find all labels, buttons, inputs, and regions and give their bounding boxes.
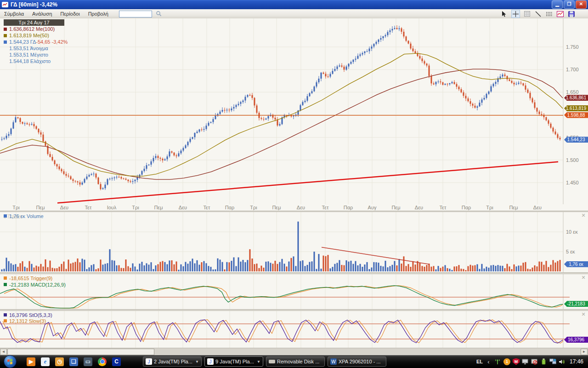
legend-price-label: 1.544,23 ΓΔ (9, 39, 36, 45)
menu-analysis[interactable]: Ανάλυση (28, 10, 56, 17)
pointer-tool-icon[interactable] (500, 10, 508, 17)
chevron-down-icon: ▼ (195, 360, 199, 364)
taskbar-button-word-doc[interactable]: W XPA 29062010 - ... (328, 356, 386, 367)
dashed-line-tool-icon[interactable] (545, 10, 553, 17)
macd-legend: -21,2183 MACD(12,26,9) (3, 282, 66, 288)
grid-tool-icon[interactable] (523, 10, 531, 17)
taskbar-clock[interactable]: 17:46 (570, 358, 583, 365)
x-axis-label: Πεμ (151, 205, 166, 210)
legend-ma100: 1.636,8612 Me(100) (3, 26, 68, 32)
value-tag: -21,2183 (564, 301, 588, 307)
language-indicator[interactable]: EL (476, 359, 483, 364)
value-tag: 1.613,819 (564, 105, 588, 111)
scroll-right-button[interactable]: ► (581, 349, 588, 355)
macd-swatch (4, 283, 7, 286)
macd-panel-close-icon[interactable]: ✕ (581, 275, 586, 281)
legend-low: 1.544,18 Ελάχιστο (3, 58, 68, 64)
menu-periods[interactable]: Περίοδοι (56, 10, 84, 17)
x-axis-label: Τετ (317, 205, 333, 210)
sto-swatch (4, 313, 7, 316)
slow-legend-label: 12,1312 Slow(3) (9, 318, 46, 324)
clock-app-icon[interactable]: ◷ (55, 357, 64, 366)
x-axis-label: Πεμ (388, 205, 404, 210)
legend-low-label: 1.544,18 Ελάχιστο (9, 58, 51, 64)
horizontal-scrollbar[interactable]: ◄ ► (0, 348, 588, 355)
macd-trigger-legend: -18,6515 Trigger(9) (3, 275, 52, 281)
panel-separator (0, 211, 588, 212)
volume-icon[interactable] (559, 358, 565, 365)
value-tag: 16,3796 (564, 337, 588, 343)
taskbar-button-label: 9 Java(TM) Pla... (215, 359, 256, 364)
value-tag: 1.598,88 (564, 112, 588, 118)
taskbar-buttons: J 2 Java(TM) Pla... ▼ J 9 Java(TM) Pla..… (143, 356, 386, 367)
legend-open: 1.553,51 Άνοιγμα (3, 45, 68, 52)
scrollbar-thumb[interactable] (7, 349, 154, 355)
taskbar-button-label: 2 Java(TM) Pla... (154, 359, 194, 364)
tray-collapse-icon[interactable]: ‹ (485, 358, 492, 365)
legend-high: 1.553,51 Μέγιστο (3, 52, 68, 58)
usb-device-icon[interactable] (540, 358, 547, 365)
legend-high-label: 1.553,51 Μέγιστο (9, 52, 48, 58)
x-axis-label: Τετ (435, 205, 451, 210)
media-player-icon[interactable]: ▶ (27, 357, 35, 366)
sto-panel-close-icon[interactable]: ✕ (581, 312, 586, 317)
disk-icon (269, 360, 275, 363)
display-disabled-icon[interactable] (531, 358, 538, 365)
minimize-button[interactable]: ▁ (552, 0, 563, 9)
toolbar (500, 10, 588, 18)
price-axis-tick: 1.500 (566, 157, 579, 163)
legend-ma50-label: 1.613,819 Me(50) (9, 33, 49, 38)
start-button[interactable] (4, 355, 17, 368)
stochastic-chart (0, 311, 588, 348)
x-axis-label: Πεμ (506, 205, 521, 210)
window-title: ΓΔ [60min] -3,42% (11, 1, 57, 8)
update-badge-icon[interactable]: 1 (503, 358, 510, 365)
price-chart: 1.7501.7001.6501.6001.5501.5001.450 (0, 18, 588, 204)
slow-swatch (4, 319, 7, 322)
taskbar-button-java-9[interactable]: J 9 Java(TM) Pla... ▼ (204, 356, 263, 367)
search-icon[interactable] (156, 11, 162, 17)
system-tray: EL ‹ 1 M 17:46 (476, 358, 588, 365)
x-axis-label: Πεμ (33, 205, 48, 210)
close-button[interactable]: ✕ (576, 0, 587, 9)
taskbar-button-java-2[interactable]: J 2 Java(TM) Pla... ▼ (143, 356, 202, 367)
chart-area: 10 εκ5 εκ1.7501.7001.6501.6001.5501.5001… (0, 18, 588, 348)
chrome-icon[interactable] (98, 357, 107, 366)
panel-separator (0, 272, 588, 274)
x-axis-label: Τρι (482, 205, 498, 210)
x-axis-label: Παρ (458, 205, 474, 210)
task-manager-icon[interactable]: ❏ (69, 357, 78, 366)
window-titlebar: ΓΔ [60min] -3,42% ▁ ❐ ✕ (0, 0, 588, 9)
menu-view[interactable]: Προβολή (84, 10, 113, 17)
internet-explorer-icon[interactable]: e (41, 357, 50, 366)
taskbar: ▶ e ◷ ❏ ▭ C J 2 Java(TM) Pla... ▼ J 9 Ja… (0, 355, 588, 368)
x-axis-label: Τετ (199, 205, 215, 210)
chart-tool-icon[interactable] (556, 10, 564, 17)
network-icon[interactable] (549, 358, 556, 365)
taskbar-button-removable-disk[interactable]: Removable Disk ... (266, 356, 325, 367)
volume-panel-close-icon[interactable]: ✕ (581, 213, 586, 218)
save-tool-icon[interactable] (567, 10, 575, 17)
legend-price: 1.544,23 ΓΔ -54,65 -3,42% (3, 39, 68, 45)
symbol-search-input[interactable] (119, 11, 152, 17)
display-tray-icon[interactable] (522, 358, 529, 365)
legend-price-change: -54,65 -3,42% (36, 39, 68, 45)
quick-launch: ▶ e ◷ ❏ ▭ C (27, 357, 121, 366)
restore-button[interactable]: ❐ (564, 0, 575, 9)
volume-swatch (4, 214, 7, 218)
x-axis-label: Τετ (80, 205, 96, 210)
panel-separator (0, 309, 588, 311)
ma100-swatch (4, 28, 7, 31)
wireless-icon[interactable] (494, 358, 501, 365)
c-app-icon[interactable]: C (112, 357, 121, 366)
scroll-left-button[interactable]: ◄ (0, 349, 7, 355)
chart-legend: Τρι 24 Αυγ 17 1.636,8612 Me(100) 1.613,8… (3, 19, 68, 64)
display-icon[interactable]: ▭ (84, 357, 92, 366)
mcafee-icon[interactable]: M (513, 358, 520, 365)
price-axis-tick: 1.750 (566, 44, 579, 50)
slow-legend: 12,1312 Slow(3) (3, 318, 46, 324)
app-icon (2, 2, 8, 7)
crosshair-tool-icon[interactable] (511, 10, 520, 18)
menu-symbols[interactable]: Σύμβολα (0, 10, 28, 17)
trendline-tool-icon[interactable] (534, 10, 542, 17)
